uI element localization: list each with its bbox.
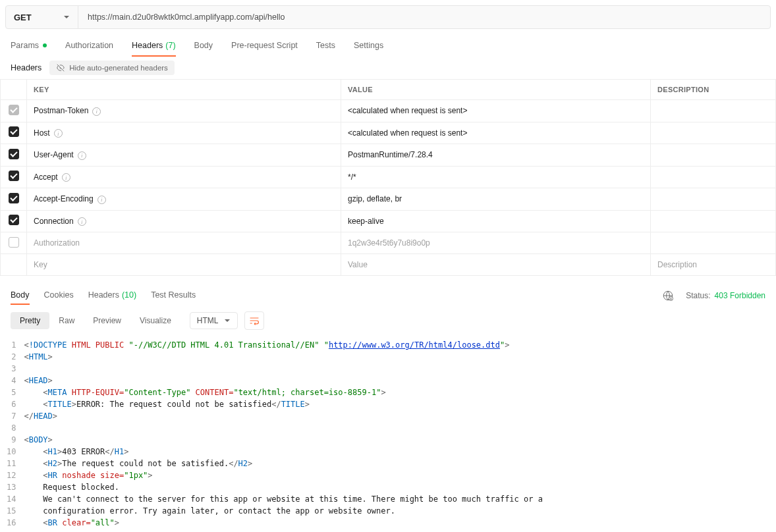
- headers-subbar: Headers Hide auto-generated headers: [0, 57, 776, 79]
- response-tabs: Body Cookies Headers(10) Test Results St…: [0, 276, 776, 305]
- view-visualize-button[interactable]: Visualize: [130, 312, 180, 329]
- eye-off-icon: [56, 63, 65, 72]
- params-indicator-icon: [43, 43, 47, 47]
- tab-authorization[interactable]: Authorization: [65, 36, 113, 57]
- tab-headers[interactable]: Headers(7): [132, 36, 176, 57]
- header-checkbox[interactable]: [9, 193, 19, 203]
- tab-params[interactable]: Params: [11, 36, 47, 57]
- header-value-cell[interactable]: PostmanRuntime/7.28.4: [341, 144, 651, 167]
- col-checkbox: [1, 80, 27, 100]
- info-icon[interactable]: i: [62, 173, 70, 182]
- header-key-cell[interactable]: Postman-Tokeni: [27, 100, 341, 122]
- header-desc-cell[interactable]: [651, 210, 776, 232]
- header-value-cell[interactable]: <calculated when request is sent>: [341, 100, 651, 122]
- header-row: Authorization1q2w3e4r5t6y7u8i9o0p: [1, 232, 776, 254]
- wrap-icon: [249, 316, 260, 325]
- col-key: KEY: [27, 80, 341, 100]
- info-icon[interactable]: i: [97, 196, 106, 204]
- headers-title: Headers: [11, 63, 42, 72]
- header-value-cell[interactable]: */*: [341, 166, 651, 188]
- status-value: 403 Forbidden: [715, 291, 765, 300]
- status-label: Status:: [686, 291, 710, 300]
- headers-table: KEY VALUE DESCRIPTION Postman-Tokeni<cal…: [0, 79, 776, 276]
- header-value-placeholder[interactable]: Value: [341, 254, 651, 276]
- header-row: Postman-Tokeni<calculated when request i…: [1, 100, 776, 122]
- header-row: User-AgentiPostmanRuntime/7.28.4: [1, 144, 776, 167]
- info-icon[interactable]: i: [78, 151, 86, 160]
- header-row: Connectionikeep-alive: [1, 210, 776, 232]
- url-bar: GET: [5, 5, 771, 29]
- header-checkbox[interactable]: [9, 105, 19, 115]
- header-desc-cell[interactable]: [651, 166, 776, 188]
- view-mode-segment: Pretty Raw Preview Visualize: [11, 312, 180, 329]
- header-desc-cell[interactable]: [651, 100, 776, 122]
- header-value-cell[interactable]: keep-alive: [341, 210, 651, 232]
- header-checkbox[interactable]: [9, 215, 19, 225]
- resp-tab-cookies[interactable]: Cookies: [44, 286, 74, 305]
- header-key-cell[interactable]: User-Agenti: [27, 144, 341, 167]
- header-checkbox[interactable]: [9, 171, 19, 181]
- header-checkbox[interactable]: [9, 126, 19, 137]
- header-key-cell[interactable]: Authorization: [27, 232, 341, 254]
- info-icon[interactable]: i: [54, 129, 63, 138]
- line-gutter: 12345678910111213141516: [7, 339, 24, 529]
- tab-body[interactable]: Body: [194, 36, 213, 57]
- header-checkbox[interactable]: [9, 149, 19, 159]
- header-desc-cell[interactable]: [651, 232, 776, 254]
- header-value-cell[interactable]: gzip, deflate, br: [341, 188, 651, 211]
- header-row: Hosti<calculated when request is sent>: [1, 122, 776, 144]
- header-checkbox[interactable]: [9, 237, 19, 248]
- info-icon[interactable]: i: [78, 217, 86, 226]
- header-desc-placeholder[interactable]: Description: [651, 254, 776, 276]
- col-description: DESCRIPTION: [651, 80, 776, 100]
- hide-autogenerated-button[interactable]: Hide auto-generated headers: [49, 61, 175, 75]
- info-icon[interactable]: i: [92, 107, 101, 116]
- wrap-lines-button[interactable]: [244, 311, 264, 330]
- network-icon[interactable]: [662, 290, 674, 302]
- method-label: GET: [14, 13, 32, 22]
- header-value-cell[interactable]: <calculated when request is sent>: [341, 122, 651, 144]
- view-pretty-button[interactable]: Pretty: [11, 312, 49, 329]
- url-input[interactable]: [78, 6, 770, 28]
- header-value-cell[interactable]: 1q2w3e4r5t6y7u8i9o0p: [341, 232, 651, 254]
- header-desc-cell[interactable]: [651, 122, 776, 144]
- header-row: Accepti*/*: [1, 166, 776, 188]
- header-key-cell[interactable]: Connectioni: [27, 210, 341, 232]
- chevron-down-icon: [63, 14, 70, 20]
- col-value: VALUE: [341, 80, 651, 100]
- chevron-down-icon: [224, 317, 231, 324]
- response-code-area[interactable]: 12345678910111213141516 <!DOCTYPE HTML P…: [0, 336, 776, 529]
- response-body-toolbar: Pretty Raw Preview Visualize HTML: [0, 305, 776, 336]
- code-content[interactable]: <!DOCTYPE HTML PUBLIC "-//W3C//DTD HTML …: [24, 339, 542, 529]
- header-key-placeholder[interactable]: Key: [27, 254, 341, 276]
- header-key-cell[interactable]: Accept-Encodingi: [27, 188, 341, 211]
- header-key-cell[interactable]: Hosti: [27, 122, 341, 144]
- header-desc-cell[interactable]: [651, 188, 776, 211]
- header-row: Accept-Encodingigzip, deflate, br: [1, 188, 776, 211]
- header-desc-cell[interactable]: [651, 144, 776, 167]
- tab-tests[interactable]: Tests: [316, 36, 335, 57]
- resp-tab-headers[interactable]: Headers(10): [88, 286, 136, 305]
- view-preview-button[interactable]: Preview: [84, 312, 130, 329]
- tab-prerequest[interactable]: Pre-request Script: [231, 36, 298, 57]
- tab-settings[interactable]: Settings: [354, 36, 383, 57]
- header-key-cell[interactable]: Accepti: [27, 166, 341, 188]
- language-select[interactable]: HTML: [190, 312, 238, 329]
- method-dropdown[interactable]: GET: [6, 6, 78, 28]
- resp-tab-body[interactable]: Body: [11, 286, 30, 305]
- view-raw-button[interactable]: Raw: [49, 312, 84, 329]
- resp-tab-testresults[interactable]: Test Results: [151, 286, 196, 305]
- header-row-new[interactable]: KeyValueDescription: [1, 254, 776, 276]
- request-tabs: Params Authorization Headers(7) Body Pre…: [0, 29, 776, 57]
